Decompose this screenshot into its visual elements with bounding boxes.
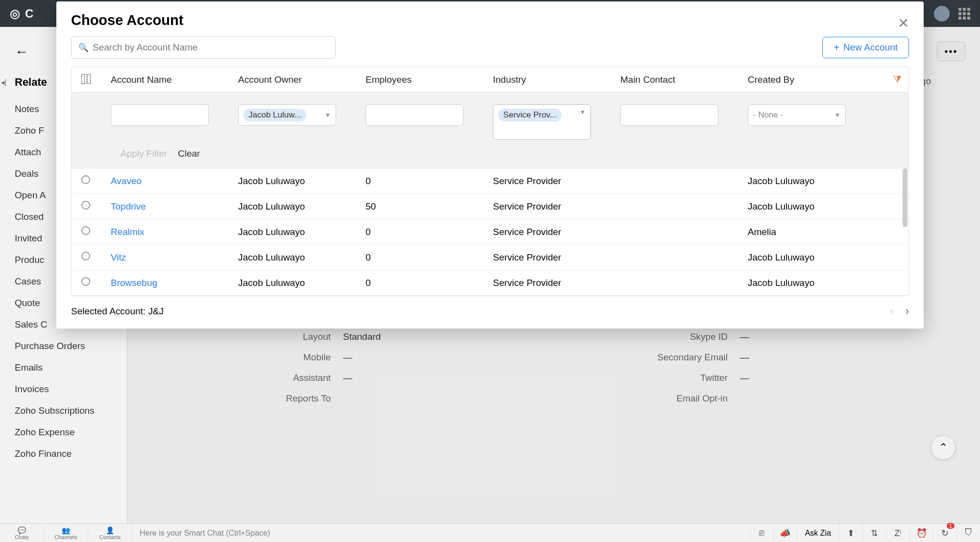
cell-industry: Service Provider xyxy=(493,227,620,237)
account-link[interactable]: Realmix xyxy=(111,227,145,237)
search-input[interactable] xyxy=(93,42,328,53)
col-header-created[interactable]: Created By xyxy=(748,74,846,85)
radio-icon[interactable] xyxy=(81,252,90,260)
filter-name-input[interactable] xyxy=(111,104,209,126)
cell-owner: Jacob Luluwayo xyxy=(238,227,366,237)
modal-title: Choose Account xyxy=(71,12,909,28)
col-header-name[interactable]: Account Name xyxy=(111,74,238,85)
table-body: Avaveo Jacob Luluwayo 0 Service Provider… xyxy=(72,168,908,296)
search-input-wrapper[interactable]: 🔍 xyxy=(71,36,336,59)
cell-industry: Service Provider xyxy=(493,201,620,212)
filter-contact-input[interactable] xyxy=(620,104,718,126)
table-header-row: ⿲ Account Name Account Owner Employees I… xyxy=(72,67,908,93)
cell-employees: 0 xyxy=(366,252,493,263)
accounts-table: ⿲ Account Name Account Owner Employees I… xyxy=(71,67,909,296)
cell-employees: 0 xyxy=(366,278,493,288)
cell-owner: Jacob Luluwayo xyxy=(238,252,366,263)
apply-filter-button[interactable]: Apply Filter xyxy=(121,148,167,159)
radio-icon[interactable] xyxy=(81,226,90,235)
filter-industry-select[interactable]: Service Prov... ▼ xyxy=(493,104,591,140)
cell-industry: Service Provider xyxy=(493,278,620,288)
cell-industry: Service Provider xyxy=(493,252,620,263)
new-account-button[interactable]: + New Account xyxy=(822,37,909,58)
cell-employees: 0 xyxy=(366,176,493,187)
owner-chip: Jacob Luluw... xyxy=(244,109,306,121)
col-header-employees[interactable]: Employees xyxy=(366,74,493,85)
column-layout-icon[interactable]: ⿲ xyxy=(81,74,91,85)
col-header-industry[interactable]: Industry xyxy=(493,74,620,85)
filter-icon[interactable]: ⧩ xyxy=(893,74,902,85)
table-row[interactable]: Browsebug Jacob Luluwayo 0 Service Provi… xyxy=(72,270,908,296)
chevron-down-icon: ▼ xyxy=(325,112,331,118)
chevron-down-icon: ▼ xyxy=(834,112,840,118)
plus-icon: + xyxy=(833,42,839,53)
selected-account-text: Selected Account: J&J xyxy=(71,306,164,317)
cell-created: Jacob Luluwayo xyxy=(748,176,846,187)
radio-icon[interactable] xyxy=(81,175,90,184)
filter-employees-input[interactable] xyxy=(366,104,464,126)
pager-next-icon[interactable]: › xyxy=(906,305,909,318)
cell-created: Jacob Luluwayo xyxy=(748,252,846,263)
account-link[interactable]: Browsebug xyxy=(111,278,157,288)
industry-chip: Service Prov... xyxy=(498,109,562,121)
filter-row: Jacob Luluw... ▼ Service Prov... ▼ xyxy=(72,93,908,168)
cell-created: Jacob Luluwayo xyxy=(748,201,846,212)
close-icon[interactable]: ✕ xyxy=(898,15,909,31)
cell-industry: Service Provider xyxy=(493,176,620,187)
cell-created: Amelia xyxy=(748,227,846,237)
createdby-none: - None - xyxy=(753,110,783,120)
table-row[interactable]: Realmix Jacob Luluwayo 0 Service Provide… xyxy=(72,219,908,245)
modal-overlay: ✕ Choose Account 🔍 + New Account ⿲ Accou… xyxy=(0,0,980,542)
account-link[interactable]: Vitz xyxy=(111,252,126,262)
filter-owner-select[interactable]: Jacob Luluw... ▼ xyxy=(238,104,336,126)
clear-filter-button[interactable]: Clear xyxy=(178,148,200,159)
scrollbar-thumb[interactable] xyxy=(903,168,907,227)
account-link[interactable]: Topdrive xyxy=(111,201,146,212)
choose-account-modal: ✕ Choose Account 🔍 + New Account ⿲ Accou… xyxy=(56,1,924,329)
account-link[interactable]: Avaveo xyxy=(111,176,142,186)
cell-owner: Jacob Luluwayo xyxy=(238,278,366,288)
cell-owner: Jacob Luluwayo xyxy=(238,201,366,212)
radio-icon[interactable] xyxy=(81,277,90,286)
cell-owner: Jacob Luluwayo xyxy=(238,176,366,187)
new-account-label: New Account xyxy=(843,42,898,53)
cell-created: Jacob Luluwayo xyxy=(748,278,846,288)
table-row[interactable]: Topdrive Jacob Luluwayo 50 Service Provi… xyxy=(72,194,908,219)
table-row[interactable]: Avaveo Jacob Luluwayo 0 Service Provider… xyxy=(72,168,908,194)
col-header-contact[interactable]: Main Contact xyxy=(620,74,748,85)
filter-createdby-select[interactable]: - None - ▼ xyxy=(748,104,846,126)
table-row[interactable]: Vitz Jacob Luluwayo 0 Service Provider J… xyxy=(72,245,908,270)
cell-employees: 50 xyxy=(366,201,493,212)
pager-prev-icon[interactable]: ‹ xyxy=(890,305,893,318)
search-icon: 🔍 xyxy=(78,43,89,53)
col-header-owner[interactable]: Account Owner xyxy=(238,74,366,85)
cell-employees: 0 xyxy=(366,227,493,237)
radio-icon[interactable] xyxy=(81,201,90,210)
chevron-down-icon: ▼ xyxy=(580,109,586,116)
